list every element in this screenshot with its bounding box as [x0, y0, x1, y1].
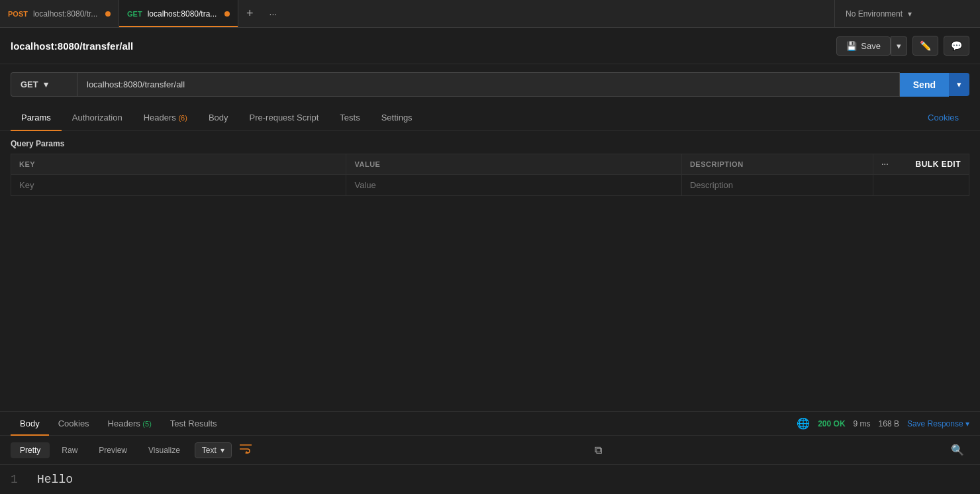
edit-icon: ✏️ — [920, 40, 931, 51]
request-header: localhost:8080/transfer/all 💾 Save ▾ ✏️ … — [0, 28, 980, 64]
tab-settings[interactable]: Settings — [371, 105, 423, 130]
more-tabs-button[interactable]: ··· — [262, 0, 285, 27]
send-dropdown-button[interactable]: ▾ — [949, 73, 969, 96]
more-options-icon[interactable]: ··· — [881, 160, 889, 168]
globe-icon: 🌐 — [797, 417, 810, 430]
tab-body-label: Body — [209, 113, 228, 123]
env-label: No Environment — [846, 9, 903, 19]
table-row — [11, 175, 969, 196]
response-headers-badge: (5) — [142, 420, 151, 428]
line-number-1: 1 — [11, 473, 24, 486]
query-params-title: Query Params — [11, 139, 969, 148]
response-time: 9 ms — [854, 419, 871, 428]
response-headers-label: Headers — [108, 419, 143, 428]
headers-badge: (6) — [178, 114, 187, 122]
tab-post[interactable]: POST localhost:8080/tr... — [0, 0, 119, 27]
response-code-area: 1 Hello — [0, 465, 980, 494]
col-description: DESCRIPTION — [681, 154, 873, 175]
url-input[interactable] — [77, 72, 900, 97]
tab-pre-request-label: Pre-request Script — [250, 113, 319, 123]
col-key: KEY — [11, 154, 346, 175]
format-chevron-icon — [220, 446, 224, 455]
format-tab-visualize[interactable]: Visualize — [139, 442, 189, 458]
send-button[interactable]: Send — [900, 73, 949, 97]
tab-tests-label: Tests — [340, 113, 360, 123]
description-input[interactable] — [690, 180, 865, 190]
code-line-1: Hello — [37, 473, 73, 486]
request-title: localhost:8080/transfer/all — [11, 40, 133, 52]
copy-icon[interactable]: ⧉ — [589, 442, 607, 459]
new-tab-button[interactable]: + — [238, 0, 262, 27]
method-badge-get: GET — [127, 10, 142, 18]
save-label: Save — [861, 41, 881, 51]
url-bar: GET Send ▾ — [0, 64, 980, 105]
request-tabs-nav: Params Authorization Headers (6) Body Pr… — [0, 105, 980, 131]
save-icon: 💾 — [846, 41, 857, 51]
word-wrap-icon[interactable] — [240, 444, 252, 456]
response-tab-headers[interactable]: Headers (5) — [99, 412, 161, 435]
response-tab-tests[interactable]: Test Results — [161, 412, 226, 435]
tab-settings-label: Settings — [381, 113, 413, 123]
save-dropdown-button[interactable]: ▾ — [891, 36, 907, 56]
tab-dot-get — [224, 11, 230, 17]
response-tab-cookies[interactable]: Cookies — [49, 412, 99, 435]
tab-pre-request[interactable]: Pre-request Script — [239, 105, 330, 130]
format-tab-raw[interactable]: Raw — [52, 442, 87, 458]
tab-get[interactable]: GET localhost:8080/tra... — [119, 0, 238, 27]
format-tab-pretty[interactable]: Pretty — [11, 442, 50, 458]
tab-headers-label: Headers — [144, 113, 179, 123]
header-actions: 💾 Save ▾ ✏️ 💬 — [836, 36, 969, 56]
env-chevron-icon — [908, 9, 912, 19]
method-select[interactable]: GET — [11, 72, 77, 97]
method-label: GET — [21, 79, 38, 89]
response-section: Body Cookies Headers (5) Test Results 🌐 … — [0, 411, 980, 494]
format-type-select[interactable]: Text — [195, 442, 232, 458]
search-icon[interactable]: 🔍 — [946, 441, 969, 459]
value-input[interactable] — [354, 180, 673, 190]
format-bar: Pretty Raw Preview Visualize Text ⧉ 🔍 — [0, 436, 980, 465]
edit-button[interactable]: ✏️ — [912, 36, 938, 56]
response-body-label: Body — [20, 419, 40, 428]
tab-dot-post — [105, 11, 111, 17]
response-cookies-label: Cookies — [58, 419, 89, 428]
response-tab-body[interactable]: Body — [11, 412, 49, 435]
key-input[interactable] — [19, 180, 338, 190]
format-tab-preview[interactable]: Preview — [89, 442, 136, 458]
tab-authorization-label: Authorization — [72, 113, 122, 123]
save-response-chevron-icon: ▾ — [965, 419, 969, 428]
response-tests-label: Test Results — [170, 419, 217, 428]
save-chevron-icon: ▾ — [897, 41, 901, 51]
method-chevron-icon — [44, 79, 48, 89]
col-value: VALUE — [346, 154, 681, 175]
cookies-label: Cookies — [928, 113, 959, 123]
params-table: KEY VALUE DESCRIPTION ··· Bulk Edit — [11, 154, 969, 196]
comment-icon: 💬 — [951, 40, 962, 51]
status-code: 200 OK — [818, 419, 845, 428]
tab-tests[interactable]: Tests — [329, 105, 370, 130]
save-button[interactable]: 💾 Save — [836, 36, 891, 56]
format-type-label: Text — [202, 446, 217, 455]
cookies-link[interactable]: Cookies — [917, 105, 969, 130]
save-response-button[interactable]: Save Response ▾ — [907, 419, 969, 428]
col-bulk-edit[interactable]: ··· Bulk Edit — [873, 154, 969, 175]
tab-url-post: localhost:8080/tr... — [33, 9, 97, 19]
tab-authorization[interactable]: Authorization — [62, 105, 133, 130]
tab-url-get: localhost:8080/tra... — [148, 9, 217, 19]
comment-button[interactable]: 💬 — [944, 36, 969, 56]
method-badge-post: POST — [8, 10, 28, 18]
params-section: Query Params KEY VALUE DESCRIPTION ··· B… — [0, 131, 980, 201]
response-tabs-nav: Body Cookies Headers (5) Test Results 🌐 … — [0, 412, 980, 436]
environment-selector[interactable]: No Environment — [834, 0, 980, 27]
send-chevron-icon: ▾ — [957, 79, 961, 89]
response-size: 168 B — [879, 419, 899, 428]
bulk-edit-label[interactable]: Bulk Edit — [916, 160, 961, 169]
tab-body[interactable]: Body — [198, 105, 239, 130]
tab-params-label: Params — [21, 113, 51, 123]
tab-bar: POST localhost:8080/tr... GET localhost:… — [0, 0, 980, 28]
tab-params[interactable]: Params — [11, 105, 62, 130]
tab-headers[interactable]: Headers (6) — [133, 105, 198, 130]
status-bar: 🌐 200 OK 9 ms 168 B Save Response ▾ — [797, 417, 969, 430]
